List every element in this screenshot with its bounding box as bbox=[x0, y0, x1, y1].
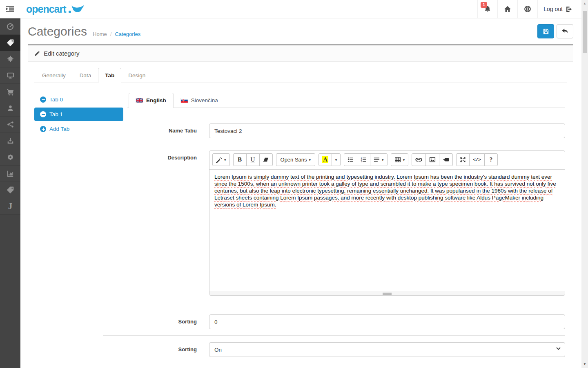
uk-flag-icon bbox=[136, 98, 143, 103]
sidebar-item-journal[interactable]: J bbox=[0, 198, 20, 215]
tab-design[interactable]: Design bbox=[121, 68, 152, 83]
save-button[interactable] bbox=[537, 24, 554, 38]
menu-toggle-icon bbox=[6, 6, 14, 12]
sorting-select-group: Sorting On bbox=[127, 342, 565, 357]
opencart-logo[interactable]: opencart bbox=[20, 0, 91, 18]
page-scrollbar[interactable]: ▲ ▼ bbox=[581, 0, 588, 368]
sidebar-item-seo[interactable] bbox=[0, 182, 20, 198]
editor-content-area[interactable]: Lorem Ipsum is simply dummy text of the … bbox=[209, 170, 565, 291]
name-tabu-label: Name Tabu bbox=[127, 123, 197, 134]
fullscreen-icon bbox=[460, 157, 466, 163]
underline-button[interactable]: U bbox=[246, 153, 260, 166]
extensions-puzzle-icon bbox=[7, 56, 14, 63]
eraser-icon bbox=[263, 157, 269, 162]
magic-icon bbox=[216, 157, 222, 163]
editor-toolbar: ▾ B U bbox=[209, 151, 565, 170]
table-button[interactable]: ▾ bbox=[391, 153, 409, 166]
editor-help-button[interactable]: ? bbox=[484, 153, 498, 166]
scroll-down-arrow-icon[interactable]: ▼ bbox=[581, 361, 588, 367]
notification-badge: 1 bbox=[481, 2, 487, 8]
sorting-label: Sorting bbox=[127, 342, 197, 352]
sales-cart-icon bbox=[7, 88, 14, 96]
dashboard-icon bbox=[7, 23, 14, 30]
unordered-list-button[interactable] bbox=[344, 153, 357, 166]
system-gear-icon bbox=[7, 154, 14, 161]
home-icon bbox=[504, 5, 511, 13]
paragraph-align-button[interactable]: ▾ bbox=[370, 153, 388, 166]
sidebar-item-marketing[interactable] bbox=[0, 117, 20, 133]
back-reply-icon bbox=[561, 28, 568, 34]
sidebar-item-dashboard[interactable] bbox=[0, 18, 20, 35]
sorting-input[interactable] bbox=[209, 314, 565, 329]
description-label: Description bbox=[127, 150, 197, 161]
name-form-group: Name Tabu bbox=[127, 123, 565, 138]
tab-data[interactable]: Data bbox=[73, 68, 98, 83]
editor-resize-bar[interactable] bbox=[209, 291, 565, 295]
notifications-button[interactable]: 1 bbox=[477, 0, 497, 18]
seo-tag-icon bbox=[7, 186, 14, 194]
font-color-button[interactable]: A bbox=[318, 153, 332, 166]
save-floppy-icon bbox=[543, 28, 549, 35]
support-button[interactable] bbox=[517, 0, 537, 18]
code-view-button[interactable]: </> bbox=[469, 153, 485, 166]
sidebar-item-catalog[interactable] bbox=[0, 35, 20, 51]
insert-video-button[interactable] bbox=[439, 153, 453, 166]
store-home-button[interactable] bbox=[497, 0, 517, 18]
back-button[interactable] bbox=[557, 24, 573, 38]
slovakia-flag-icon bbox=[181, 98, 188, 103]
pill-label: Add Tab bbox=[49, 126, 69, 132]
breadcrumb: Home / Categories bbox=[93, 31, 140, 37]
design-monitor-icon bbox=[7, 72, 14, 79]
logo-text: opencart bbox=[26, 4, 66, 14]
sidebar-item-installer[interactable] bbox=[0, 133, 20, 149]
font-name-label: Open Sans bbox=[281, 157, 307, 163]
customers-user-icon bbox=[7, 105, 14, 112]
ordered-list-button[interactable]: 1 2 3 bbox=[357, 153, 370, 166]
bold-button[interactable]: B bbox=[233, 153, 247, 166]
ordered-list-icon: 1 2 3 bbox=[361, 157, 367, 163]
language-tab-slovencina[interactable]: Slovenčina bbox=[174, 93, 225, 108]
logout-button[interactable]: Log out bbox=[537, 0, 578, 18]
scroll-up-arrow-icon[interactable]: ▲ bbox=[581, 0, 588, 7]
caret-down-icon: ▾ bbox=[309, 158, 311, 162]
breadcrumb-home-link[interactable]: Home bbox=[93, 31, 107, 37]
help-label: ? bbox=[490, 156, 493, 163]
sidebar-item-reports[interactable] bbox=[0, 166, 20, 182]
panel-title: Edit category bbox=[44, 50, 80, 57]
panel-heading: Edit category bbox=[28, 45, 573, 62]
pill-add-tab[interactable]: Add Tab bbox=[34, 122, 123, 136]
caret-down-icon: ▾ bbox=[224, 158, 226, 162]
description-form-group: Description bbox=[127, 150, 565, 296]
insert-link-button[interactable] bbox=[412, 153, 426, 166]
tab-generally[interactable]: Generally bbox=[35, 68, 73, 83]
name-tabu-input[interactable] bbox=[209, 123, 565, 138]
pill-tab-1[interactable]: Tab 1 bbox=[34, 108, 123, 121]
font-family-select[interactable]: Open Sans ▾ bbox=[276, 153, 316, 166]
sidebar: J bbox=[0, 18, 20, 368]
resize-grip-icon bbox=[383, 292, 392, 295]
pill-tab-0[interactable]: Tab 0 bbox=[34, 93, 123, 106]
pencil-icon bbox=[34, 51, 40, 56]
style-magic-button[interactable]: ▾ bbox=[212, 153, 230, 166]
tab-tab[interactable]: Tab bbox=[98, 68, 121, 83]
menu-toggle-button[interactable] bbox=[0, 0, 20, 18]
picture-icon bbox=[429, 157, 436, 163]
sorting-select[interactable]: On bbox=[209, 342, 565, 357]
color-a-label: A bbox=[322, 156, 328, 163]
header-action-buttons bbox=[537, 24, 573, 38]
font-color-caret-button[interactable]: ▾ bbox=[332, 153, 341, 166]
breadcrumb-categories-link[interactable]: Categories bbox=[115, 31, 140, 37]
sidebar-item-system[interactable] bbox=[0, 149, 20, 166]
insert-picture-button[interactable] bbox=[425, 153, 439, 166]
bold-label: B bbox=[238, 156, 242, 163]
sidebar-item-extensions[interactable] bbox=[0, 51, 20, 67]
fullscreen-button[interactable] bbox=[456, 153, 470, 166]
caret-down-icon: ▾ bbox=[335, 158, 337, 162]
sidebar-item-sales[interactable] bbox=[0, 84, 20, 100]
scrollbar-thumb[interactable] bbox=[583, 11, 587, 53]
sidebar-item-customers[interactable] bbox=[0, 100, 20, 117]
sidebar-item-design[interactable] bbox=[0, 67, 20, 84]
main-tabs: Generally Data Tab Design bbox=[34, 68, 567, 83]
clear-format-button[interactable] bbox=[259, 153, 273, 166]
language-tab-english[interactable]: English bbox=[129, 93, 174, 108]
